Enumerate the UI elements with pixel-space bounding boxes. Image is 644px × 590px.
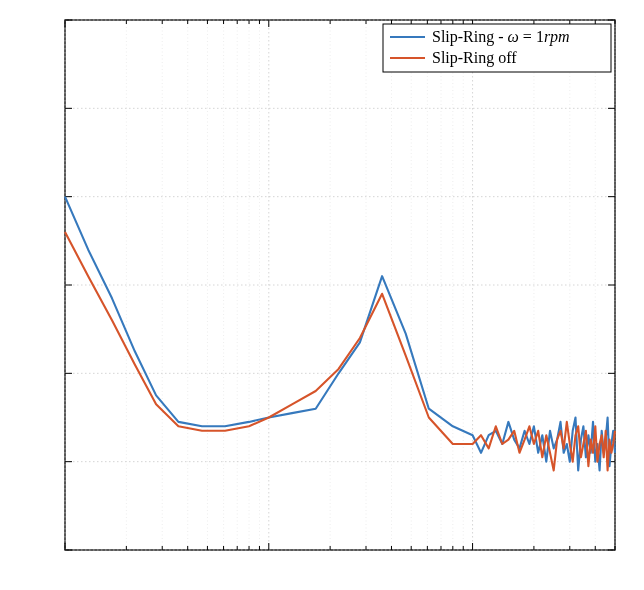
grid-y-major — [65, 20, 615, 550]
series-group — [65, 197, 615, 471]
legend: Slip-Ring - ω = 1rpm Slip-Ring off — [383, 24, 611, 72]
legend-label-1: Slip-Ring off — [432, 49, 517, 67]
legend-label-0: Slip-Ring - ω = 1rpm — [432, 28, 570, 46]
series-slip-ring-1rpm — [65, 197, 615, 471]
y-ticks — [65, 20, 615, 550]
series-slip-ring-off — [65, 232, 615, 471]
plot-area: Slip-Ring - ω = 1rpm Slip-Ring off — [65, 20, 615, 550]
x-ticks — [65, 20, 615, 550]
axes-frame — [65, 20, 615, 550]
spectrum-chart: Slip-Ring - ω = 1rpm Slip-Ring off — [0, 0, 644, 590]
